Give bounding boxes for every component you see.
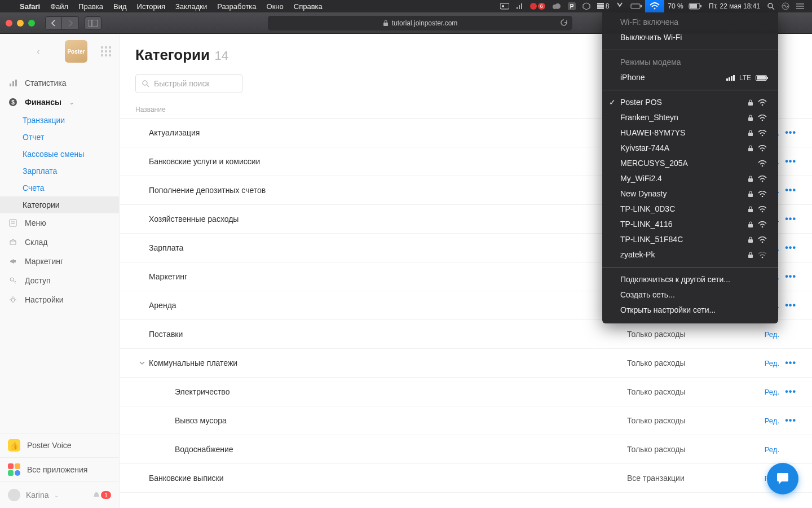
more-button[interactable]: ••• [779,387,796,397]
more-button[interactable]: ••• [779,300,796,310]
wifi-network[interactable]: TP-LINK_4116 [602,217,778,232]
sub-shifts[interactable]: Кассовые смены [0,146,119,163]
wifi-create[interactable]: Создать сеть... [602,287,778,303]
svg-text:$: $ [11,99,15,106]
edit-link[interactable]: Ред. [751,417,779,425]
wifi-network[interactable]: Franken_Shteyn [602,110,778,125]
more-button[interactable]: ••• [779,271,796,282]
menu-window[interactable]: Окно [262,2,289,11]
menu-history[interactable]: История [132,2,170,11]
nav-access[interactable]: Доступ [0,271,119,290]
menu-develop[interactable]: Разработка [212,2,261,11]
sub-categories[interactable]: Категории [0,196,119,213]
chat-button[interactable] [767,463,798,494]
user-row[interactable]: Karina ⌄ 1 [0,481,119,508]
brand-logo[interactable]: Poster [65,40,87,63]
tray-bars-icon[interactable] [513,3,526,10]
tray-siri-icon[interactable] [778,2,793,10]
network-name: Kyivstar-744A [620,142,669,154]
hotspot-iphone[interactable]: iPhone LTE [602,70,778,85]
tray-wifi-icon[interactable] [645,0,664,12]
url-field[interactable]: tutorial.joinposter.com [268,16,572,30]
table-row[interactable]: ПоставкиТолько расходыРед. [120,320,812,349]
tray-stack-icon[interactable]: 8 [594,2,613,10]
expand-icon[interactable] [135,360,149,366]
tray-datetime[interactable]: Пт, 22 мая 18:41 [705,2,764,10]
tray-notification-center-icon[interactable] [793,3,807,10]
svg-rect-17 [690,4,697,8]
bell-icon [92,491,100,499]
refresh-icon[interactable] [561,19,568,27]
tray-cube-icon[interactable] [579,2,594,10]
more-button[interactable]: ••• [779,243,796,253]
tray-p-icon[interactable]: P [564,2,579,10]
wifi-network[interactable]: New Dynasty [602,186,778,202]
sub-accounts[interactable]: Счета [0,179,119,196]
sidebar-toggle[interactable] [85,16,102,30]
row-type: Только расходы [627,416,751,425]
forward-button[interactable] [62,16,79,30]
all-apps[interactable]: Все приложения [0,457,119,481]
edit-link[interactable]: Ред. [751,330,779,339]
more-button[interactable]: ••• [779,185,796,195]
page-back-icon[interactable]: ‹ [37,46,40,58]
tray-spotlight-icon[interactable] [764,2,778,10]
search-input[interactable]: Быстрый поиск [135,74,242,93]
nav-stats[interactable]: Статистика [0,73,119,93]
svg-rect-55 [748,209,753,212]
wifi-other[interactable]: Подключиться к другой сети... [602,272,778,287]
wifi-network[interactable]: MERCUSYS_205A [602,156,778,171]
menu-view[interactable]: Вид [108,2,132,11]
edit-link[interactable]: Ред. [751,388,779,396]
tray-battery-pct[interactable]: 70 % [664,2,705,10]
svg-rect-14 [641,5,642,7]
sub-salary[interactable]: Зарплата [0,163,119,179]
menu-bookmarks[interactable]: Закладки [170,2,212,11]
table-row[interactable]: ЭлектричествоТолько расходыРед.••• [120,378,812,406]
table-row[interactable]: ВодоснабжениеТолько расходыРед. [120,435,812,464]
edit-link[interactable]: Ред. [751,359,779,367]
window-controls[interactable] [6,20,35,27]
tray-teams-icon[interactable] [612,2,627,10]
app-menu[interactable]: Safari [15,2,45,11]
wifi-network[interactable]: HUAWEI-8YM7YS [602,125,778,141]
wifi-prefs[interactable]: Открыть настройки сети... [602,303,778,318]
more-button[interactable]: ••• [779,415,796,426]
wifi-network[interactable]: TP-LINK_51F84C [602,232,778,247]
tray-notif-icon[interactable]: 6 [526,2,549,10]
tray-zoom-icon[interactable] [497,3,513,10]
back-button[interactable] [45,16,62,30]
menu-help[interactable]: Справка [289,2,328,11]
wifi-signal-icon [758,221,767,228]
notifications[interactable]: 1 [92,491,111,499]
menu-file[interactable]: Файл [45,2,73,11]
table-row[interactable]: Коммунальные платежиТолько расходыРед.••… [120,349,812,378]
svg-point-40 [143,81,147,85]
lock-icon [748,176,753,182]
sub-transactions[interactable]: Транзакции [0,112,119,129]
menu-edit[interactable]: Правка [73,2,108,11]
nav-finance[interactable]: $ Финансы ⌄ [0,93,119,112]
wifi-network[interactable]: TP-LINK_0D3C [602,202,778,217]
wifi-network[interactable]: My_WiFi2.4 [602,171,778,186]
more-button[interactable]: ••• [779,128,796,138]
nav-marketing[interactable]: Маркетинг [0,252,119,271]
nav-stock[interactable]: Склад [0,233,119,252]
nav-menu[interactable]: Меню [0,213,119,233]
apps-grid-icon[interactable] [101,46,111,56]
edit-link[interactable]: Ред. [751,445,779,454]
nav-settings[interactable]: Настройки [0,290,119,309]
wifi-network[interactable]: zyatek-Pk [602,247,778,262]
more-button[interactable]: ••• [779,156,796,167]
tray-cloud-icon[interactable] [549,3,564,10]
tray-battery2-icon[interactable] [627,3,645,10]
wifi-toggle[interactable]: Выключить Wi-Fi [602,30,778,45]
table-row[interactable]: Вывоз мусораТолько расходыРед.••• [120,406,812,435]
poster-voice[interactable]: 👍 Poster Voice [0,433,119,457]
table-row[interactable]: Банковские выпискиВсе транзакцииРед. [120,464,812,493]
wifi-network[interactable]: Kyivstar-744A [602,141,778,156]
wifi-network[interactable]: ✓Poster POS [602,95,778,110]
sub-report[interactable]: Отчет [0,129,119,146]
more-button[interactable]: ••• [779,214,796,224]
more-button[interactable]: ••• [779,358,796,368]
